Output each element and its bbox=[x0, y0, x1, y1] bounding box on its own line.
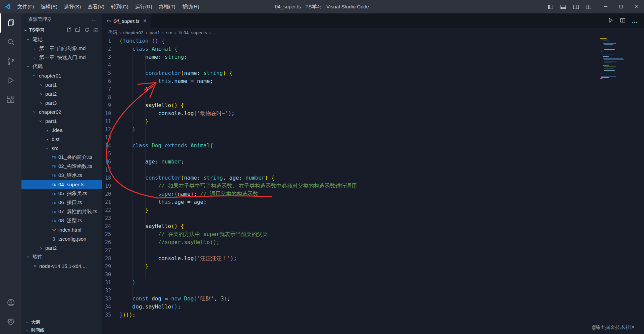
line-number[interactable]: 15 bbox=[102, 150, 111, 158]
tab-04-super-ts[interactable]: TS 04_super.ts × bbox=[102, 13, 151, 28]
line-number[interactable]: 7 bbox=[102, 85, 111, 93]
code-line-33[interactable]: 33 const dog = new Dog('旺财', 3); bbox=[102, 295, 644, 303]
line-number[interactable]: 24 bbox=[102, 222, 111, 230]
tree-item-代码[interactable]: ›代码 bbox=[21, 62, 102, 71]
tree-item-06_接口.ts[interactable]: TS06_接口.ts bbox=[21, 198, 102, 207]
line-number[interactable]: 27 bbox=[102, 246, 111, 254]
line-number[interactable]: 34 bbox=[102, 303, 111, 311]
tree-item-.idea[interactable]: ›.idea bbox=[21, 126, 102, 135]
menu-item[interactable]: 查看(V) bbox=[84, 2, 108, 11]
tree-item-07_属性的封装.ts[interactable]: TS07_属性的封装.ts bbox=[21, 207, 102, 216]
line-number[interactable]: 13 bbox=[102, 134, 111, 142]
line-number[interactable]: 32 bbox=[102, 287, 111, 295]
tree-item-src[interactable]: ›src bbox=[21, 144, 102, 153]
new-folder-icon[interactable] bbox=[75, 27, 80, 34]
code-line-23[interactable]: 23 bbox=[102, 214, 644, 222]
close-button[interactable]: × bbox=[629, 0, 644, 13]
code-line-27[interactable]: 27 bbox=[102, 246, 644, 254]
tree-item-软件[interactable]: ›软件 bbox=[21, 252, 102, 261]
refresh-icon[interactable] bbox=[84, 27, 90, 34]
toggle-secondary-sidebar-icon[interactable] bbox=[570, 5, 582, 9]
breadcrumb-item[interactable]: src bbox=[166, 30, 172, 35]
tree-item-第一章: 快速入门.md[interactable]: ↓第一章: 快速入门.md bbox=[21, 53, 102, 62]
explorer-icon[interactable] bbox=[0, 13, 21, 33]
menu-item[interactable]: 运行(R) bbox=[132, 2, 156, 11]
customize-layout-icon[interactable] bbox=[583, 5, 594, 9]
line-number[interactable]: 1 bbox=[102, 37, 111, 45]
code-line-29[interactable]: 29 } bbox=[102, 263, 644, 271]
minimap[interactable] bbox=[600, 38, 631, 80]
tree-item-part1[interactable]: ›part1 bbox=[21, 116, 102, 126]
tree-item-chapter01[interactable]: ›chapter01 bbox=[21, 71, 102, 80]
breadcrumb-item[interactable]: TS04_super.ts bbox=[178, 30, 207, 35]
tree-item-第二章: 面向对象.md[interactable]: ↓第二章: 面向对象.md bbox=[21, 44, 102, 53]
code-line-14[interactable]: 14 class Dog extends Animal{ bbox=[102, 142, 644, 150]
maximize-button[interactable] bbox=[613, 0, 629, 13]
code-line-26[interactable]: 26 //super.sayHello(); bbox=[102, 238, 644, 246]
tree-item-node-v14.15.1-x64....[interactable]: ≡node-v14.15.1-x64.... bbox=[21, 261, 102, 271]
tree-item-part2[interactable]: ›part2 bbox=[21, 243, 102, 252]
menu-item[interactable]: 终端(T) bbox=[156, 2, 179, 11]
tree-item-02_构造函数.ts[interactable]: TS02_构造函数.ts bbox=[21, 162, 102, 171]
line-number[interactable]: 35 bbox=[102, 311, 111, 319]
breadcrumb-item[interactable]: part1 bbox=[150, 30, 160, 35]
line-number[interactable]: 30 bbox=[102, 271, 111, 279]
line-number[interactable]: 8 bbox=[102, 93, 111, 101]
line-number[interactable]: 25 bbox=[102, 230, 111, 238]
explorer-more-actions-icon[interactable]: … bbox=[91, 16, 97, 23]
code-line-2[interactable]: 2 class Animal { bbox=[102, 45, 644, 53]
line-number[interactable]: 12 bbox=[102, 126, 111, 134]
split-editor-icon[interactable] bbox=[620, 17, 626, 25]
breadcrumb-item[interactable]: 代码 bbox=[108, 30, 117, 36]
code-line-13[interactable]: 13 bbox=[102, 134, 644, 142]
code-line-4[interactable]: 4 bbox=[102, 61, 644, 69]
close-tab-icon[interactable]: × bbox=[143, 17, 147, 24]
tree-item-04_super.ts[interactable]: TS04_super.ts bbox=[21, 180, 102, 189]
code-line-5[interactable]: 5 constructor(name: string) { bbox=[102, 69, 644, 77]
tree-item-part2[interactable]: ›part2 bbox=[21, 89, 102, 98]
menu-item[interactable]: 选择(S) bbox=[61, 2, 84, 11]
code-line-8[interactable]: 8 bbox=[102, 93, 644, 101]
line-number[interactable]: 11 bbox=[102, 117, 111, 126]
code-line-22[interactable]: 22 } bbox=[102, 206, 644, 214]
code-line-11[interactable]: 11 } bbox=[102, 117, 644, 126]
code-line-25[interactable]: 25 // 在类的方法中 super就表示当前类的父类 bbox=[102, 230, 644, 238]
line-number[interactable]: 29 bbox=[102, 263, 111, 271]
line-number[interactable]: 2 bbox=[102, 45, 111, 53]
tree-item-tsconfig.json[interactable]: {}tsconfig.json bbox=[21, 234, 102, 243]
code-line-10[interactable]: 10 console.log('动物在叫~'); bbox=[102, 109, 644, 117]
tree-item-part1[interactable]: ›part1 bbox=[21, 80, 102, 89]
source-control-icon[interactable] bbox=[0, 52, 21, 71]
line-number[interactable]: 18 bbox=[102, 174, 111, 182]
line-number[interactable]: 33 bbox=[102, 295, 111, 303]
code-line-12[interactable]: 12 } bbox=[102, 126, 644, 134]
line-number[interactable]: 5 bbox=[102, 69, 111, 77]
run-file-icon[interactable] bbox=[607, 17, 614, 25]
tree-item-01_类的简介.ts[interactable]: TS01_类的简介.ts bbox=[21, 153, 102, 162]
line-number[interactable]: 23 bbox=[102, 214, 111, 222]
line-number[interactable]: 16 bbox=[102, 158, 111, 166]
code-line-28[interactable]: 28 console.log('汪汪汪汪！'); bbox=[102, 254, 644, 263]
code-line-20[interactable]: 20 super(name); // 调用父类的构造函数 bbox=[102, 190, 644, 198]
workspace-section-header[interactable]: › TS学习 bbox=[21, 26, 102, 35]
code-line-9[interactable]: 9 sayHello() { bbox=[102, 101, 644, 109]
code-line-19[interactable]: 19 // 如果在子类中写了构造函数, 在子类构造函数中必须对父类的构造函数进行… bbox=[102, 182, 644, 190]
menu-item[interactable]: 编辑(E) bbox=[37, 2, 61, 11]
code-line-18[interactable]: 18 constructor(name: string, age: number… bbox=[102, 174, 644, 182]
code-line-17[interactable]: 17 bbox=[102, 166, 644, 174]
collapse-all-icon[interactable] bbox=[93, 27, 99, 34]
timeline-panel-header[interactable]: › 时间线 bbox=[21, 326, 102, 334]
line-number[interactable]: 20 bbox=[102, 190, 111, 198]
tree-item-笔记[interactable]: ›笔记 bbox=[21, 35, 102, 44]
line-number[interactable]: 31 bbox=[102, 279, 111, 287]
breadcrumb-item[interactable]: chapter02 bbox=[123, 30, 144, 35]
code-line-15[interactable]: 15 bbox=[102, 150, 644, 158]
code-line-6[interactable]: 6 this.name = name; bbox=[102, 77, 644, 85]
line-number[interactable]: 21 bbox=[102, 198, 111, 206]
line-number[interactable]: 4 bbox=[102, 61, 111, 69]
code-editor[interactable]: 1(function () {2 class Animal {3 name: s… bbox=[102, 37, 644, 334]
code-line-34[interactable]: 34 dog.sayHello(); bbox=[102, 303, 644, 311]
tree-item-03_继承.ts[interactable]: TS03_继承.ts bbox=[21, 171, 102, 180]
code-line-35[interactable]: 35})(); bbox=[102, 311, 644, 319]
line-number[interactable]: 3 bbox=[102, 53, 111, 61]
